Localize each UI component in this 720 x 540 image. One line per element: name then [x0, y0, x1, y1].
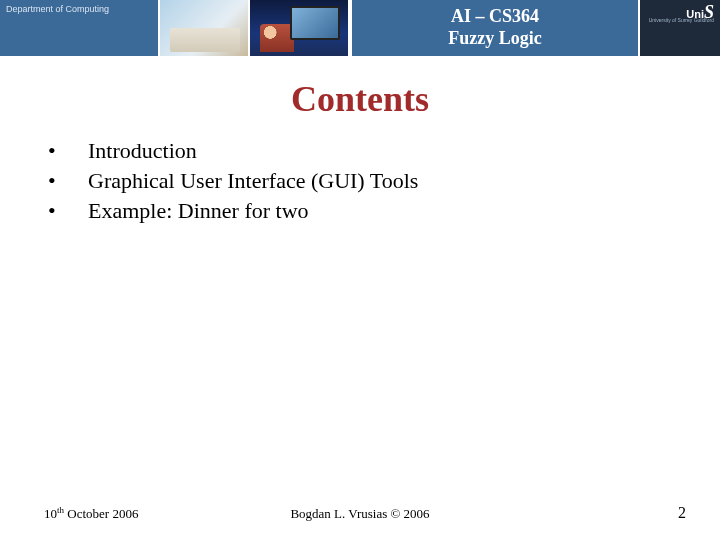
bullet-text: Introduction — [88, 138, 197, 164]
photo-students — [250, 0, 350, 56]
list-item: •Example: Dinner for two — [48, 198, 696, 224]
footer-date: 10th October 2006 — [44, 505, 138, 522]
bullet-dot: • — [48, 138, 88, 164]
page-number: 2 — [678, 504, 686, 522]
slide: Department of Computing AI – CS364 Fuzzy… — [0, 0, 720, 540]
bullet-dot: • — [48, 198, 88, 224]
footer-author: Bogdan L. Vrusias © 2006 — [290, 506, 429, 522]
content-area: Contents •Introduction •Graphical User I… — [0, 56, 720, 540]
slide-heading: Contents — [24, 78, 696, 120]
title-block: AI – CS364 Fuzzy Logic — [352, 0, 640, 56]
course-topic: Fuzzy Logic — [448, 28, 541, 50]
date-rest: October 2006 — [64, 506, 138, 521]
list-item: •Graphical User Interface (GUI) Tools — [48, 168, 696, 194]
bullet-list: •Introduction •Graphical User Interface … — [48, 138, 696, 224]
date-day: 10 — [44, 506, 57, 521]
unis-subtext: University of Surrey Guildford — [649, 18, 714, 24]
dept-block: Department of Computing — [0, 0, 160, 56]
header-photos — [160, 0, 352, 56]
list-item: •Introduction — [48, 138, 696, 164]
course-code: AI – CS364 — [451, 6, 539, 28]
header-bar: Department of Computing AI – CS364 Fuzzy… — [0, 0, 720, 56]
bullet-text: Example: Dinner for two — [88, 198, 309, 224]
bullet-text: Graphical User Interface (GUI) Tools — [88, 168, 418, 194]
dept-label: Department of Computing — [6, 4, 109, 14]
date-ordinal: th — [57, 505, 64, 515]
footer: 10th October 2006 Bogdan L. Vrusias © 20… — [0, 504, 720, 522]
logo-block: UniS University of Surrey Guildford — [640, 0, 720, 56]
bullet-dot: • — [48, 168, 88, 194]
photo-lab — [160, 0, 250, 56]
